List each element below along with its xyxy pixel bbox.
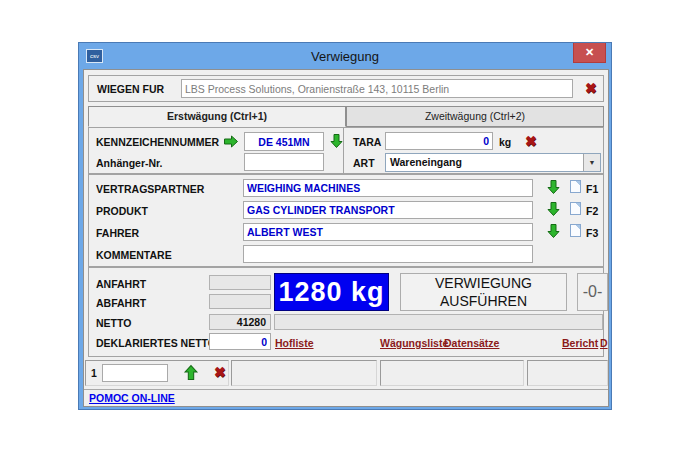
execute-button-line2: AUSFÜHREN bbox=[440, 292, 527, 310]
tara-label: TARA bbox=[353, 136, 381, 148]
deklariertes-netto-input[interactable] bbox=[209, 333, 271, 350]
row-input[interactable] bbox=[102, 364, 168, 382]
tab-zweitwaegung[interactable]: Zweitwägung (Ctrl+2) bbox=[346, 106, 604, 127]
execute-button-line1: VERWIEGUNG bbox=[435, 274, 532, 292]
vertragspartner-arrow-down-icon[interactable] bbox=[546, 179, 561, 195]
art-dropdown-arrow-icon[interactable]: ▼ bbox=[583, 154, 600, 171]
truncated-link[interactable]: D bbox=[600, 337, 608, 349]
wiegen-fur-input[interactable] bbox=[181, 79, 573, 98]
tara-clear-icon[interactable]: ✖ bbox=[525, 134, 537, 148]
details-group: VERTRAGSPARTNER F1 PRODUKT F2 FAHRER F3 bbox=[88, 174, 604, 267]
window-content: WIEGEN FUR ✖ Erstwägung (Ctrl+1) Zweitwä… bbox=[83, 69, 609, 407]
status-bar: POMOC ON-LINE bbox=[84, 389, 608, 406]
produkt-page-icon[interactable] bbox=[570, 202, 581, 215]
tara-unit-label: kg bbox=[499, 136, 511, 148]
produkt-arrow-down-icon[interactable] bbox=[546, 201, 561, 217]
kommentare-label: KOMMENTARE bbox=[96, 249, 172, 261]
produkt-fkey-label: F2 bbox=[586, 205, 598, 217]
wiegen-fur-clear-icon[interactable]: ✖ bbox=[585, 81, 597, 95]
kommentare-input[interactable] bbox=[243, 245, 533, 263]
produkt-label: PRODUKT bbox=[96, 205, 148, 217]
wiegen-fur-group: WIEGEN FUR ✖ bbox=[88, 75, 604, 102]
kennzeichen-input[interactable] bbox=[244, 132, 324, 151]
anfahrt-readonly-field bbox=[209, 275, 271, 290]
vertragspartner-input[interactable] bbox=[243, 179, 533, 197]
hofliste-link[interactable]: Hofliste bbox=[275, 337, 314, 349]
grid-cell-controls: 1 ✖ bbox=[85, 360, 229, 386]
anhaenger-input[interactable] bbox=[244, 153, 324, 171]
tab-erstwaegung[interactable]: Erstwägung (Ctrl+1) bbox=[88, 106, 346, 127]
netto-label: NETTO bbox=[96, 317, 131, 329]
fahrer-input[interactable] bbox=[243, 223, 533, 241]
fahrer-fkey-label: F3 bbox=[586, 227, 598, 239]
fahrer-page-icon[interactable] bbox=[570, 224, 581, 237]
verwiegung-window: csv Verwiegung ✕ WIEGEN FUR ✖ Erstwägung… bbox=[78, 42, 612, 410]
message-readonly-bar bbox=[274, 314, 603, 330]
anhaenger-label: Anhänger-Nr. bbox=[96, 157, 163, 169]
row-index-label: 1 bbox=[91, 367, 97, 379]
datensaetze-link[interactable]: Datensätze bbox=[444, 337, 499, 349]
vertragspartner-page-icon[interactable] bbox=[570, 180, 581, 193]
zero-scale-button[interactable]: -0- bbox=[577, 273, 608, 311]
grid-cell-2 bbox=[231, 360, 377, 386]
title-bar[interactable]: csv Verwiegung ✕ bbox=[79, 43, 611, 69]
anfahrt-label: ANFAHRT bbox=[96, 278, 146, 290]
vertragspartner-fkey-label: F1 bbox=[586, 183, 598, 195]
abfahrt-readonly-field bbox=[209, 294, 271, 309]
verwiegung-ausfuehren-button[interactable]: VERWIEGUNG AUSFÜHREN bbox=[400, 273, 567, 311]
art-label: ART bbox=[353, 157, 375, 169]
netto-value-field: 41280 bbox=[209, 314, 271, 330]
weighing-group: ANFAHRT ABFAHRT NETTO 41280 DEKLARIERTES… bbox=[88, 267, 604, 357]
arrow-right-icon bbox=[223, 134, 239, 149]
waegungsliste-link[interactable]: Wägungsliste bbox=[380, 337, 448, 349]
grid-cell-4 bbox=[527, 360, 608, 386]
deklariertes-netto-label: DEKLARIERTES NETTO bbox=[96, 337, 216, 349]
vertragspartner-label: VERTRAGSPARTNER bbox=[96, 183, 204, 195]
row-arrow-up-icon[interactable] bbox=[183, 364, 199, 381]
app-icon: csv bbox=[86, 49, 103, 63]
fahrer-arrow-down-icon[interactable] bbox=[546, 223, 561, 239]
grid-cell-3 bbox=[380, 360, 524, 386]
wiegen-fur-label: WIEGEN FUR bbox=[97, 83, 164, 95]
kennzeichen-label: KENNZEICHENNUMMER bbox=[96, 136, 219, 148]
tara-input[interactable] bbox=[385, 132, 493, 150]
scale-weight-display: 1280 kg bbox=[274, 273, 389, 311]
close-button[interactable]: ✕ bbox=[573, 43, 606, 63]
bericht-link[interactable]: Bericht bbox=[562, 337, 598, 349]
art-select[interactable]: Wareneingang ▼ bbox=[385, 153, 601, 172]
row-delete-icon[interactable]: ✖ bbox=[214, 365, 226, 379]
registration-group: KENNZEICHENNUMMER TARA kg ✖ Anhänger-Nr.… bbox=[88, 127, 604, 174]
fahrer-label: FAHRER bbox=[96, 227, 139, 239]
window-title: Verwiegung bbox=[311, 49, 379, 64]
abfahrt-label: ABFAHRT bbox=[96, 297, 146, 309]
pomoc-online-link[interactable]: POMOC ON-LINE bbox=[89, 392, 175, 404]
produkt-input[interactable] bbox=[243, 201, 533, 219]
art-selected-value: Wareneingang bbox=[386, 154, 583, 171]
kennzeichen-lookup-arrow-down-icon[interactable] bbox=[329, 133, 344, 149]
